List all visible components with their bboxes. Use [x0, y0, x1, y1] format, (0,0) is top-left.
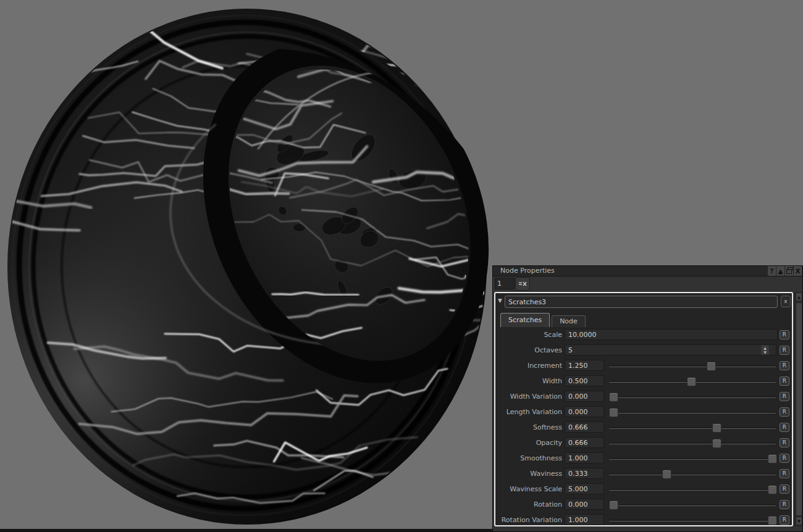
node-properties-panel: Node Properties ? ▲ X ▼ — [492, 265, 803, 532]
param-label: Rotation — [493, 501, 562, 509]
param-label: Waviness — [493, 470, 562, 478]
node-panel-header: ▼ x — [493, 296, 792, 310]
spinner-control[interactable]: ▲▼ — [761, 345, 769, 355]
node-name-input[interactable] — [505, 296, 778, 308]
param-value-input[interactable] — [565, 437, 604, 448]
param-label: Length Variation — [493, 408, 562, 416]
slider-handle[interactable] — [768, 516, 777, 525]
param-row: SoftnessR — [493, 420, 792, 436]
revert-button[interactable]: R — [780, 361, 789, 370]
param-label: Width Variation — [493, 393, 562, 401]
node-close-button[interactable]: x — [781, 296, 791, 307]
param-row: RotationR — [493, 497, 792, 513]
param-row: IncrementR — [493, 359, 792, 374]
param-value-input[interactable] — [565, 452, 604, 463]
param-label: Opacity — [493, 439, 562, 447]
max-panels-input[interactable] — [495, 278, 515, 289]
param-row: Rotation VariationR — [493, 513, 792, 528]
help-icon[interactable]: ? — [767, 266, 776, 276]
param-value-input[interactable] — [565, 375, 604, 386]
close-icon[interactable]: X — [793, 266, 802, 276]
param-row: Width VariationR — [493, 389, 792, 405]
slider-track[interactable] — [609, 381, 776, 383]
revert-button[interactable]: R — [780, 438, 789, 447]
tab-node[interactable]: Node — [552, 315, 586, 327]
tab-scratches[interactable]: Scratches — [500, 313, 550, 327]
panel-toolbar — [493, 276, 802, 292]
slider-track[interactable] — [609, 489, 776, 491]
param-value-input[interactable] — [565, 422, 604, 433]
slider-handle[interactable] — [712, 423, 721, 433]
param-label: Increment — [493, 362, 562, 370]
float-icon[interactable] — [784, 266, 793, 276]
revert-button[interactable]: R — [780, 454, 789, 463]
slider-track[interactable] — [609, 412, 776, 414]
application-window: Node Properties ? ▲ X ▼ — [0, 0, 803, 532]
titlebar-buttons: ? ▲ X — [767, 266, 802, 276]
clear-panels-icon — [518, 280, 527, 288]
revert-button[interactable]: R — [780, 346, 789, 355]
param-row: Length VariationR — [493, 405, 792, 420]
scrollbar-thumb[interactable] — [796, 302, 802, 516]
param-label: Octaves — [493, 346, 562, 354]
revert-button[interactable]: R — [780, 500, 789, 509]
param-value-input[interactable] — [565, 329, 778, 340]
param-label: Scale — [493, 331, 562, 339]
param-value-input[interactable] — [565, 406, 604, 417]
slider-track[interactable] — [609, 458, 776, 460]
chevron-down-icon[interactable]: ▼ — [498, 297, 502, 304]
slider-track[interactable] — [609, 504, 776, 506]
scroll-up-icon[interactable]: ▲ — [796, 293, 802, 301]
spinner-down-icon[interactable]: ▼ — [763, 350, 767, 354]
panel-title: Node Properties — [500, 267, 555, 275]
revert-button[interactable]: R — [780, 484, 789, 494]
tab-bar: Scratches Node — [500, 313, 586, 327]
param-row: SmoothnessR — [493, 451, 792, 467]
revert-button[interactable]: R — [780, 515, 789, 525]
revert-button[interactable]: R — [780, 376, 789, 386]
slider-handle[interactable] — [712, 439, 721, 448]
clear-panels-button[interactable] — [515, 277, 530, 291]
slider-handle[interactable] — [768, 454, 777, 463]
slider-handle[interactable] — [609, 408, 618, 417]
dock-icon[interactable]: ▲ — [776, 266, 784, 276]
revert-button[interactable]: R — [780, 469, 789, 478]
revert-button[interactable]: R — [780, 392, 789, 401]
scroll-down-icon[interactable]: ▼ — [796, 517, 802, 525]
param-label: Waviness Scale — [493, 485, 562, 493]
param-value-input[interactable] — [565, 514, 604, 525]
slider-handle[interactable] — [609, 393, 618, 402]
param-row: ScaleR — [493, 328, 792, 343]
revert-button[interactable]: R — [780, 330, 789, 339]
spinner-up-icon[interactable]: ▲ — [763, 346, 767, 350]
revert-button[interactable]: R — [780, 423, 789, 432]
slider-track[interactable] — [609, 520, 776, 522]
slider-handle[interactable] — [768, 485, 777, 494]
scrollbar[interactable]: ▲ ▼ — [794, 292, 803, 526]
slider-handle[interactable] — [609, 501, 618, 510]
param-row: Octaves▲▼R — [493, 343, 792, 359]
param-value-input[interactable] — [565, 468, 604, 479]
slider-handle[interactable] — [687, 377, 696, 386]
param-label: Softness — [493, 423, 562, 431]
slider-track[interactable] — [609, 396, 776, 398]
slider-track[interactable] — [609, 443, 776, 444]
param-value-input[interactable] — [565, 483, 604, 494]
param-row: OpacityR — [493, 436, 792, 451]
slider-track[interactable] — [609, 473, 776, 475]
slider-handle[interactable] — [662, 470, 671, 479]
revert-button[interactable]: R — [780, 407, 789, 417]
param-value-input[interactable] — [565, 499, 604, 510]
param-row: WavinessR — [493, 467, 792, 482]
param-value-input[interactable] — [565, 344, 776, 355]
slider-track[interactable] — [609, 427, 776, 429]
slider-track[interactable] — [609, 365, 776, 367]
param-label: Width — [493, 377, 562, 385]
param-value-input[interactable] — [565, 360, 604, 371]
slider-handle[interactable] — [707, 362, 716, 371]
panel-titlebar[interactable]: Node Properties ? ▲ X — [493, 266, 802, 276]
param-value-input[interactable] — [565, 391, 604, 402]
param-label: Rotation Variation — [493, 516, 562, 524]
param-row: WidthR — [493, 374, 792, 389]
param-label: Smoothness — [493, 454, 562, 462]
